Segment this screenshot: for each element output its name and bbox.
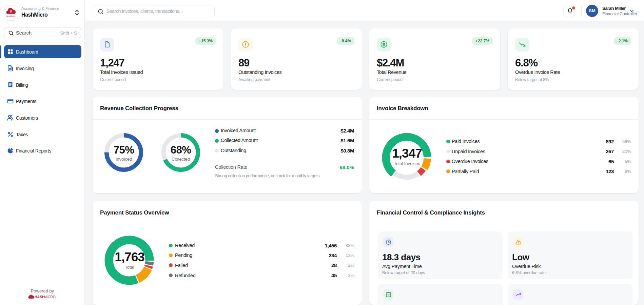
svg-text:HASH: HASH [35,295,45,299]
svg-text:MICRO: MICRO [44,295,56,299]
svg-text:#: # [10,9,12,14]
